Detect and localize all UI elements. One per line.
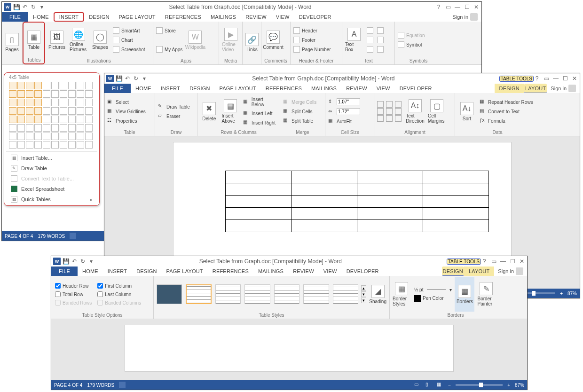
redo-icon[interactable]: ↻ (133, 75, 139, 82)
table-grid-cell[interactable] (17, 90, 25, 98)
table-grid-cell[interactable] (60, 107, 67, 115)
tab-references[interactable]: REFERENCES (160, 12, 206, 22)
online-video-button[interactable]: ▶Online Video (221, 23, 240, 57)
last-column-checkbox[interactable]: Last Column (95, 290, 143, 298)
table-grid-cell[interactable] (43, 99, 50, 106)
align-top-center-icon[interactable] (386, 101, 393, 108)
tab-design[interactable]: DESIGN (185, 84, 214, 93)
qat-dropdown-icon[interactable]: ▾ (39, 4, 45, 10)
table-grid-cell[interactable] (17, 116, 25, 123)
spelling-icon[interactable] (119, 382, 126, 388)
tab-table-layout[interactable]: LAYOUT (524, 84, 547, 93)
height-field[interactable] (337, 98, 360, 105)
select-button[interactable]: ▣Select (106, 98, 153, 106)
tab-references[interactable]: REFERENCES (208, 267, 253, 276)
symbol-button[interactable]: Symbol (397, 40, 440, 49)
table-grid-cell[interactable] (85, 141, 93, 149)
align-mid-right-icon[interactable] (395, 108, 402, 115)
table-grid-cell[interactable] (51, 141, 59, 149)
save-icon[interactable]: 💾 (116, 75, 122, 82)
close-icon[interactable]: ✕ (519, 258, 525, 265)
tab-insert[interactable]: INSERT (103, 267, 132, 276)
signin[interactable]: Sign in (449, 12, 481, 22)
table-grid-cell[interactable] (43, 124, 50, 132)
header-row-checkbox[interactable]: Header Row (53, 282, 94, 290)
table-grid-cell[interactable] (26, 99, 33, 106)
table-grid-cell[interactable] (43, 90, 50, 98)
table-grid-cell[interactable] (26, 116, 33, 123)
table-style-swatch[interactable] (186, 284, 212, 304)
total-row-checkbox[interactable]: Total Row (53, 290, 94, 298)
border-painter-button[interactable]: ✎Border Painter (476, 277, 496, 312)
maximize-icon[interactable]: ☐ (562, 75, 568, 82)
tab-page-layout[interactable]: PAGE LAYOUT (114, 12, 160, 22)
tab-review[interactable]: REVIEW (288, 267, 319, 276)
quick-parts-button[interactable] (366, 26, 374, 35)
ribbon-options-icon[interactable]: ▭ (490, 258, 497, 265)
table-grid-cell[interactable] (68, 116, 76, 123)
zoom-in-button[interactable]: + (507, 383, 510, 388)
quick-tables-menu-item[interactable]: ▦Quick Tables▸ (6, 194, 97, 204)
qat-dropdown-icon[interactable]: ▾ (141, 75, 148, 82)
table-grid-cell[interactable] (17, 141, 25, 149)
qat-dropdown-icon[interactable]: ▾ (88, 258, 95, 265)
close-icon[interactable]: ✕ (571, 75, 578, 82)
excel-spreadsheet-menu-item[interactable]: Excel Spreadsheet (6, 184, 97, 194)
table-grid-cell[interactable] (9, 141, 16, 149)
table-grid-cell[interactable] (85, 124, 93, 132)
table-grid-cell[interactable] (9, 124, 16, 132)
col-width-input[interactable]: ⇔ (327, 107, 373, 116)
help-icon[interactable]: ? (481, 258, 488, 265)
undo-icon[interactable]: ↶ (22, 4, 28, 10)
width-field[interactable] (337, 108, 360, 115)
delete-button[interactable]: ✖Delete (199, 94, 219, 129)
table-grid-cell[interactable] (68, 99, 76, 106)
table-grid-picker[interactable] (6, 81, 97, 151)
table-grid-cell[interactable] (68, 141, 76, 149)
signature-button[interactable] (376, 26, 385, 35)
table-grid-cell[interactable] (77, 116, 84, 123)
table-grid-cell[interactable] (26, 133, 33, 140)
links-button[interactable]: 🔗Links (244, 23, 260, 63)
save-icon[interactable]: 💾 (63, 258, 69, 265)
table-style-swatch[interactable] (215, 284, 241, 304)
wordart-button[interactable] (366, 36, 374, 44)
table-grid-cell[interactable] (34, 82, 42, 89)
pictures-button[interactable]: 🖼Pictures (47, 23, 67, 57)
split-cells-button[interactable]: ▦Split Cells (282, 107, 317, 116)
maximize-icon[interactable]: ☐ (464, 4, 470, 10)
table-grid-cell[interactable] (34, 133, 42, 140)
table-grid-cell[interactable] (51, 99, 59, 106)
table-grid-cell[interactable] (77, 107, 84, 115)
tab-file[interactable]: FILE (104, 84, 131, 93)
table-grid-cell[interactable] (77, 99, 84, 106)
table-grid-cell[interactable] (85, 133, 93, 140)
table-button[interactable]: ▦Table (25, 24, 42, 56)
table-grid-cell[interactable] (85, 90, 93, 98)
table-grid-cell[interactable] (51, 124, 59, 132)
table-grid-cell[interactable] (60, 90, 67, 98)
table-style-swatch[interactable] (157, 284, 182, 304)
tab-developer[interactable]: DEVELOPER (342, 267, 384, 276)
table-grid-cell[interactable] (85, 82, 93, 89)
table-style-swatch[interactable] (274, 284, 299, 304)
table-grid-cell[interactable] (77, 90, 84, 98)
insert-above-button[interactable]: ▦Insert Above (221, 94, 241, 129)
help-icon[interactable]: ? (534, 75, 540, 82)
text-box-button[interactable]: AText Box (344, 23, 364, 57)
tab-review[interactable]: REVIEW (341, 84, 372, 93)
table-grid-cell[interactable] (60, 82, 67, 89)
table-grid-cell[interactable] (77, 82, 84, 89)
table-grid-cell[interactable] (34, 141, 42, 149)
align-top-left-icon[interactable] (377, 101, 384, 108)
tab-developer[interactable]: DEVELOPER (294, 12, 336, 22)
align-mid-left-icon[interactable] (377, 108, 384, 115)
repeat-header-button[interactable]: ▦Repeat Header Rows (479, 98, 534, 106)
tab-insert[interactable]: INSERT (54, 12, 84, 22)
table-grid-cell[interactable] (77, 141, 84, 149)
tab-file[interactable]: FILE (2, 12, 28, 22)
autofit-button[interactable]: ▦AutoFit (327, 117, 373, 125)
table-grid-cell[interactable] (43, 133, 50, 140)
table-grid-cell[interactable] (26, 90, 33, 98)
align-mid-center-icon[interactable] (386, 108, 393, 115)
